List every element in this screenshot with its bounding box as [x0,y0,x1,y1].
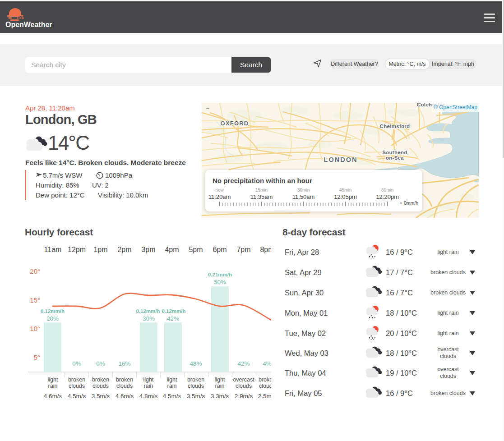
svg-text:20%: 20% [46,315,59,322]
svg-text:light: light [215,377,225,383]
svg-text:4.6m/s: 4.6m/s [116,393,134,400]
svg-text:2.9m/s: 2.9m/s [235,393,253,400]
svg-text:4.6m/s: 4.6m/s [44,393,62,400]
svg-text:broken: broken [259,377,271,383]
svg-text:7pm: 7pm [236,246,250,253]
svg-text:broken: broken [68,377,85,383]
svg-text:on-Sea: on-Sea [386,155,404,161]
svg-text:0%: 0% [72,360,81,367]
svg-text:Chelmsford: Chelmsford [380,124,410,129]
svg-text:4pm: 4pm [165,246,179,253]
svg-text:rain: rain [144,383,153,389]
svg-text:3.3m/s: 3.3m/s [211,393,229,400]
svg-text:5pm: 5pm [189,246,203,253]
svg-text:Southend-: Southend- [382,150,409,155]
svg-text:0.12mm/h: 0.12mm/h [136,308,160,314]
svg-text:broken: broken [92,377,109,383]
svg-text:overcast: overcast [233,377,254,383]
svg-text:3.5m/s: 3.5m/s [92,393,110,400]
svg-text:broken: broken [116,377,133,383]
svg-text:10°: 10° [30,325,40,332]
svg-text:4.5m/s: 4.5m/s [68,393,86,400]
svg-text:light: light [48,377,58,383]
svg-text:broken: broken [187,377,204,383]
svg-text:12pm: 12pm [68,246,86,253]
svg-text:0%: 0% [96,360,105,367]
svg-text:2.5m/s: 2.5m/s [258,393,271,400]
svg-text:light: light [167,377,177,383]
svg-text:2pm: 2pm [117,246,131,253]
svg-text:clouds: clouds [259,383,271,389]
svg-text:3pm: 3pm [141,246,155,253]
svg-text:15°: 15° [30,296,40,304]
svg-text:6pm: 6pm [213,246,227,253]
svg-text:4.5m/s: 4.5m/s [163,393,181,400]
svg-text:0.12mm/h: 0.12mm/h [162,308,185,314]
svg-text:0.12mm/h: 0.12mm/h [41,308,65,314]
svg-text:rain: rain [48,383,58,389]
svg-text:clouds: clouds [236,383,252,389]
svg-text:OXFORD: OXFORD [221,120,249,127]
svg-text:1pm: 1pm [93,246,107,253]
svg-text:clouds: clouds [92,383,109,389]
svg-text:4.8m/s: 4.8m/s [139,393,158,400]
svg-text:OpenWeather: OpenWeather [5,21,52,28]
svg-text:3.5m/s: 3.5m/s [187,393,205,400]
svg-text:20°: 20° [30,267,40,275]
svg-text:clouds: clouds [116,383,133,389]
svg-text:42%: 42% [167,315,179,322]
svg-text:42%: 42% [237,360,250,367]
svg-text:16%: 16% [118,360,130,367]
svg-text:LONDON: LONDON [324,156,358,163]
svg-text:0.21mm/h: 0.21mm/h [208,272,232,277]
svg-text:50%: 50% [214,279,226,285]
svg-text:8pm: 8pm [260,246,271,253]
svg-text:rain: rain [167,383,177,389]
svg-text:48%: 48% [190,360,202,367]
svg-text:rain: rain [215,383,225,389]
svg-text:30%: 30% [143,315,155,322]
svg-text:4%: 4% [263,360,271,367]
svg-text:clouds: clouds [188,383,204,389]
svg-text:5°: 5° [34,354,40,361]
svg-text:light: light [143,377,154,383]
svg-text:11am: 11am [44,246,62,253]
svg-text:clouds: clouds [69,383,85,389]
